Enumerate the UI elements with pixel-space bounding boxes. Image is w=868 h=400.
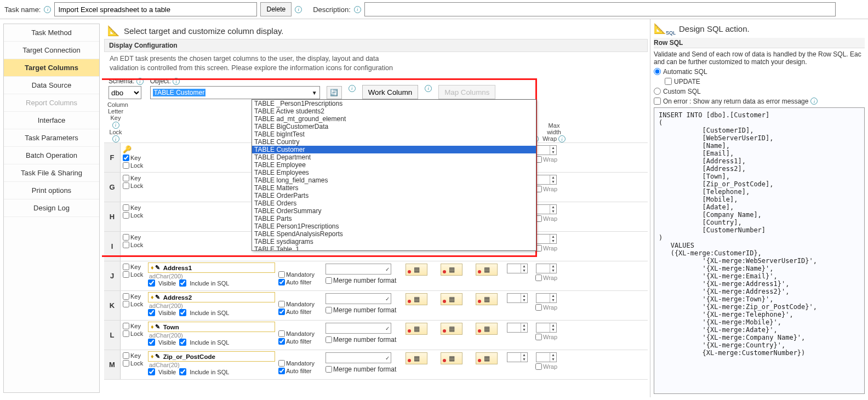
dropdown-option[interactable]: TABLE Country [252, 138, 536, 146]
mandatory-checkbox[interactable] [278, 301, 285, 307]
lock-checkbox[interactable] [123, 360, 129, 367]
action-chip[interactable]: ▦ [476, 323, 498, 335]
action-chip[interactable]: ▦ [441, 293, 462, 305]
info-icon[interactable]: i [558, 135, 566, 142]
lock-checkbox[interactable] [123, 301, 129, 307]
merge-format-checkbox[interactable] [326, 277, 332, 284]
merge-format-checkbox[interactable] [326, 336, 332, 343]
nav-item-design-log[interactable]: Design Log [4, 199, 99, 217]
delete-button[interactable]: Delete [260, 2, 292, 16]
number-spinner[interactable]: ▲▼ [536, 323, 557, 333]
lock-checkbox[interactable] [123, 212, 129, 219]
nav-item-interface[interactable]: Interface [4, 112, 99, 129]
dropdown-option[interactable]: TABLE bigIntTest [252, 130, 536, 138]
visible-checkbox[interactable] [148, 339, 155, 346]
info-icon[interactable]: i [354, 6, 361, 13]
lock-checkbox[interactable] [123, 271, 129, 278]
dropdown-option[interactable]: TABLE Employees [252, 169, 536, 176]
visible-checkbox[interactable] [148, 368, 155, 375]
number-spinner[interactable]: ▲▼ [507, 323, 528, 333]
wrap-checkbox[interactable] [535, 363, 542, 370]
action-chip[interactable]: ▦ [406, 323, 427, 335]
number-spinner[interactable]: ▲▼ [536, 175, 557, 185]
column-title-field[interactable]: ♦✎ Zip_or_PostCode [148, 351, 275, 362]
info-icon[interactable]: i [425, 85, 432, 92]
dropdown-option[interactable]: TABLE Table_1 [252, 245, 536, 250]
number-spinner[interactable]: ▲▼ [536, 293, 557, 303]
format-input[interactable]: ✓ [326, 293, 391, 304]
info-icon[interactable]: i [112, 122, 119, 129]
number-spinner[interactable]: ▲▼ [536, 234, 557, 244]
description-input[interactable] [364, 2, 836, 16]
info-icon[interactable]: i [810, 98, 818, 105]
include-sql-checkbox[interactable] [179, 368, 186, 375]
key-checkbox[interactable] [123, 234, 129, 241]
mandatory-checkbox[interactable] [278, 360, 285, 367]
nav-item-task-method[interactable]: Task Method [4, 24, 99, 42]
number-spinner[interactable]: ▲▼ [536, 352, 557, 362]
merge-format-checkbox[interactable] [326, 307, 332, 313]
mandatory-checkbox[interactable] [278, 330, 285, 337]
action-chip[interactable]: ▦ [476, 264, 498, 276]
refresh-button[interactable]: 🔄 [327, 86, 342, 99]
nav-item-print-options[interactable]: Print options [4, 182, 99, 199]
column-title-field[interactable]: ♦✎ Address1 [148, 262, 275, 273]
nav-item-target-connection[interactable]: Target Connection [4, 42, 99, 59]
key-checkbox[interactable] [123, 293, 129, 300]
action-chip[interactable]: ▦ [406, 293, 427, 305]
autofilter-checkbox[interactable] [278, 338, 285, 345]
lock-checkbox[interactable] [123, 242, 129, 248]
info-icon[interactable]: i [112, 135, 119, 142]
autofilter-checkbox[interactable] [278, 368, 285, 374]
nav-item-task-parameters[interactable]: Task Parameters [4, 129, 99, 147]
nav-item-batch-operation[interactable]: Batch Operation [4, 147, 99, 164]
autofilter-checkbox[interactable] [278, 308, 285, 315]
action-chip[interactable]: ▦ [441, 323, 462, 335]
action-chip[interactable]: ▦ [406, 264, 427, 276]
format-input[interactable]: ✓ [326, 323, 391, 334]
key-checkbox[interactable] [123, 175, 129, 181]
format-input[interactable]: ✓ [326, 264, 391, 275]
dropdown-option[interactable]: TABLE sysdiagrams [252, 238, 536, 245]
include-sql-checkbox[interactable] [179, 339, 186, 346]
dropdown-option[interactable]: TABLE Active students2 [252, 107, 536, 115]
number-spinner[interactable]: ▲▼ [507, 293, 528, 303]
column-title-field[interactable]: ♦✎ Address2 [148, 292, 275, 302]
object-dropdown-list[interactable]: TABLE _Person1PrescriptionsTABLE Active … [252, 99, 536, 251]
visible-checkbox[interactable] [148, 309, 155, 316]
dropdown-option[interactable]: TABLE Employee [252, 161, 536, 169]
wrap-checkbox[interactable] [535, 275, 542, 281]
include-sql-checkbox[interactable] [179, 309, 186, 316]
number-spinner[interactable]: ▲▼ [536, 264, 557, 273]
dropdown-option[interactable]: TABLE Parts [252, 215, 536, 222]
dropdown-option[interactable]: TABLE Matters [252, 184, 536, 192]
dropdown-option[interactable]: TABLE Orders [252, 199, 536, 207]
number-spinner[interactable]: ▲▼ [507, 264, 528, 273]
update-checkbox[interactable] [665, 78, 672, 85]
number-spinner[interactable]: ▲▼ [536, 145, 557, 155]
lock-checkbox[interactable] [123, 162, 129, 169]
dropdown-option[interactable]: TABLE Customer [252, 146, 536, 153]
key-checkbox[interactable] [123, 204, 129, 211]
key-checkbox[interactable] [123, 264, 129, 270]
dropdown-option[interactable]: TABLE Person1Prescriptions [252, 222, 536, 230]
nav-item-target-columns[interactable]: Target Columns [4, 59, 99, 77]
column-title-field[interactable]: ♦✎ Town [148, 322, 275, 332]
include-sql-checkbox[interactable] [179, 279, 186, 287]
info-icon[interactable]: i [136, 78, 144, 85]
action-chip[interactable]: ▦ [406, 352, 427, 364]
object-combobox[interactable]: TABLE Customer ▼ [150, 86, 320, 99]
automatic-sql-radio[interactable] [654, 68, 661, 75]
task-name-input[interactable] [54, 2, 257, 16]
action-chip[interactable]: ▦ [476, 293, 498, 305]
wrap-checkbox[interactable] [535, 304, 542, 311]
nav-item-data-source[interactable]: Data Source [4, 77, 99, 94]
onerror-checkbox[interactable] [654, 98, 661, 105]
format-input[interactable]: ✓ [326, 352, 391, 363]
dropdown-option[interactable]: TABLE long_field_names [252, 176, 536, 184]
info-icon[interactable]: i [349, 85, 356, 92]
mandatory-checkbox[interactable] [278, 271, 285, 278]
action-chip[interactable]: ▦ [476, 352, 498, 364]
info-icon[interactable]: i [44, 6, 51, 13]
map-columns-button[interactable]: Map Columns [438, 85, 495, 99]
